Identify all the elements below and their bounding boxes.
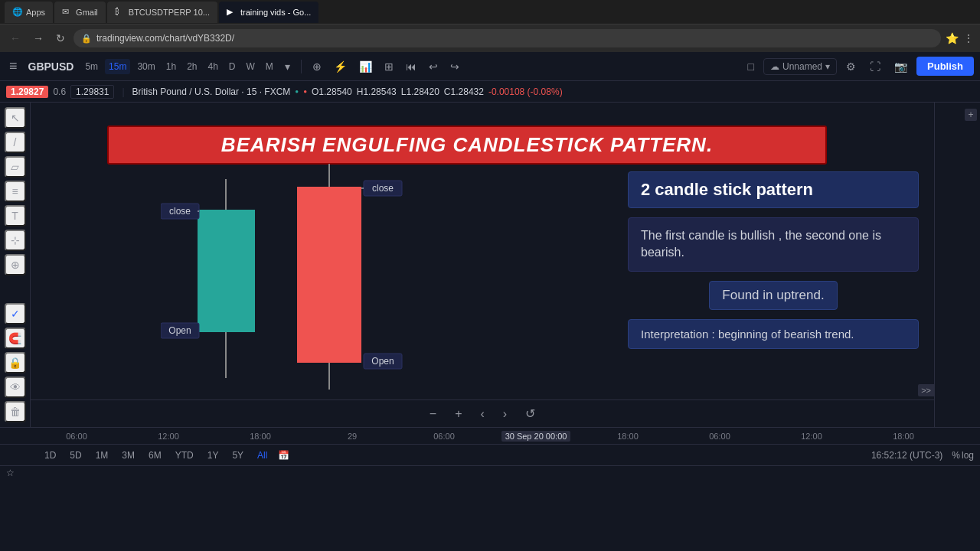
- candles-svg: close Open close Open: [161, 164, 429, 409]
- info-box-desc: The first candle is bullish , the second…: [628, 217, 919, 272]
- separator: |: [122, 86, 124, 97]
- compare-button[interactable]: ⊞: [380, 57, 398, 76]
- zoom-tool-button[interactable]: ⊕: [5, 254, 26, 276]
- tab-favicon-btc: ₿: [115, 7, 126, 18]
- expand-right-button[interactable]: >>: [918, 384, 934, 396]
- text-tool-button[interactable]: T: [5, 205, 26, 227]
- replay-button[interactable]: ⏮: [401, 57, 421, 76]
- add-price-scale-button[interactable]: +: [965, 109, 977, 121]
- log-toggle-button[interactable]: log: [962, 450, 974, 461]
- time-label-container: 30 Sep 20 00:00: [490, 432, 582, 441]
- tab-apps[interactable]: 🌐 Apps: [5, 2, 53, 23]
- next-button[interactable]: ›: [498, 406, 511, 422]
- draw-line-button[interactable]: /: [5, 132, 26, 153]
- browser-address-bar: ← → ↻ 🔒 tradingview.com/chart/vdYB332D/ …: [0, 24, 980, 52]
- period-3m-button[interactable]: 3M: [116, 448, 141, 462]
- refresh-button[interactable]: ↻: [52, 31, 69, 46]
- zoom-out-button[interactable]: −: [425, 406, 441, 422]
- tf-d-button[interactable]: D: [225, 59, 240, 74]
- screenshot-button[interactable]: 📷: [890, 57, 912, 76]
- info-box-trend: Found in uptrend.: [709, 281, 837, 310]
- period-5d-button[interactable]: 5D: [64, 448, 87, 462]
- tab-favicon-apps: 🌐: [12, 7, 23, 18]
- lock-draw-button[interactable]: 🔒: [5, 352, 26, 373]
- tab-label-training: training vids - Go...: [240, 8, 311, 17]
- period-ytd-button[interactable]: YTD: [169, 448, 200, 462]
- dot-red: ●: [303, 88, 307, 95]
- tf-w-button[interactable]: W: [243, 59, 259, 74]
- fib-tool-button[interactable]: ≡: [5, 181, 26, 202]
- bar-style-button[interactable]: 📊: [354, 57, 377, 76]
- measure-tool-button[interactable]: ⊹: [5, 230, 26, 251]
- undo-button[interactable]: ↩: [424, 57, 443, 76]
- address-bar[interactable]: 🔒 tradingview.com/chart/vdYB332D/: [74, 29, 941, 47]
- period-1m-button[interactable]: 1M: [90, 448, 115, 462]
- main-area: ↖ / ▱ ≡ T ⊹ ⊕ ✓ 🧲 🔒 👁 🗑 BEARISH ENGULFIN…: [0, 103, 980, 427]
- publish-button[interactable]: Publish: [916, 57, 974, 76]
- period-all-button[interactable]: All: [251, 448, 273, 462]
- back-button[interactable]: ←: [6, 31, 24, 46]
- svg-text:close: close: [169, 206, 191, 217]
- period-1d-button[interactable]: 1D: [38, 448, 62, 462]
- percent-toggle-button[interactable]: %: [952, 450, 960, 461]
- svg-rect-9: [297, 187, 361, 363]
- tab-label-btc: BTCUSDTPERP 10...: [129, 8, 210, 17]
- price-change: -0.00108 (-0.08%): [488, 86, 563, 97]
- unnamed-layout-button[interactable]: ☁ Unnamed ▾: [763, 58, 837, 75]
- settings-button[interactable]: ⚙: [841, 57, 861, 76]
- time-axis: 06:00 12:00 18:00 29 06:00 30 Sep 20 00:…: [0, 427, 980, 444]
- favorite-star-button[interactable]: ☆: [6, 468, 15, 478]
- toolbar-separator-1: [301, 60, 302, 73]
- period-bar: 1D 5D 1M 3M 6M YTD 1Y 5Y All 📅 16:52:12 …: [0, 444, 980, 465]
- menu-button[interactable]: ⋮: [963, 32, 974, 44]
- tf-15m-button[interactable]: 15m: [105, 59, 130, 74]
- tf-5m-button[interactable]: 5m: [81, 59, 102, 74]
- info-bar: 1.29827 0.6 1.29831 | British Pound / U.…: [0, 81, 980, 103]
- visibility-button[interactable]: 👁: [5, 377, 26, 398]
- title-banner: BEARISH ENGULFING CANDLESTICK PATTERN.: [107, 126, 827, 165]
- time-label-0600b: 06:00: [398, 432, 490, 441]
- time-label-1200: 12:00: [122, 432, 214, 441]
- chart-area: BEARISH ENGULFING CANDLESTICK PATTERN. 2…: [31, 103, 980, 427]
- tf-m-button[interactable]: M: [262, 59, 277, 74]
- magnet-button[interactable]: 🧲: [5, 328, 26, 349]
- hamburger-menu-button[interactable]: ≡: [6, 55, 21, 77]
- time-highlight: 30 Sep 20 00:00: [501, 431, 571, 442]
- draw-shape-button[interactable]: ▱: [5, 156, 26, 178]
- calendar-icon-button[interactable]: 📅: [278, 450, 289, 461]
- add-indicator-button[interactable]: ⊕: [308, 57, 326, 76]
- fav-bar: ☆: [0, 465, 980, 479]
- reset-button[interactable]: ↺: [521, 405, 540, 422]
- left-sidebar: ↖ / ▱ ≡ T ⊹ ⊕ ✓ 🧲 🔒 👁 🗑: [0, 103, 31, 427]
- cursor-tool-button[interactable]: ↖: [5, 107, 26, 129]
- tf-1h-button[interactable]: 1h: [162, 59, 180, 74]
- prev-button[interactable]: ‹: [476, 406, 489, 422]
- extensions-button[interactable]: ⭐: [946, 32, 959, 44]
- period-1y-button[interactable]: 1Y: [201, 448, 225, 462]
- ohlc-open: O1.28540: [312, 86, 352, 97]
- tf-30m-button[interactable]: 30m: [133, 59, 158, 74]
- redo-button[interactable]: ↪: [446, 57, 464, 76]
- lot-size: 0.6: [53, 86, 66, 97]
- zoom-in-button[interactable]: +: [450, 406, 466, 422]
- forward-button[interactable]: →: [29, 31, 47, 46]
- tab-gmail[interactable]: ✉ Gmail: [54, 2, 106, 23]
- period-5y-button[interactable]: 5Y: [226, 448, 250, 462]
- fullscreen-button[interactable]: ⛶: [865, 57, 885, 76]
- symbol-label: GBPUSD: [28, 60, 74, 73]
- alert-button[interactable]: ⚡: [329, 57, 351, 76]
- tab-btc[interactable]: ₿ BTCUSDTPERP 10...: [107, 2, 217, 23]
- period-6m-button[interactable]: 6M: [142, 448, 168, 462]
- trash-button[interactable]: 🗑: [5, 401, 26, 422]
- checkmark-button[interactable]: ✓: [5, 303, 26, 324]
- cloud-icon: ☁: [770, 61, 779, 72]
- url-text: tradingview.com/chart/vdYB332D/: [96, 33, 234, 44]
- watchlist-button[interactable]: □: [743, 57, 759, 76]
- tab-label-apps: Apps: [26, 8, 45, 17]
- tf-4h-button[interactable]: 4h: [204, 59, 222, 74]
- time-label-29: 29: [306, 432, 398, 441]
- tab-training[interactable]: ▶ training vids - Go...: [219, 2, 318, 23]
- more-timeframes-button[interactable]: ▾: [280, 57, 295, 76]
- current-price-left: 1.29827: [6, 86, 48, 98]
- tf-2h-button[interactable]: 2h: [183, 59, 201, 74]
